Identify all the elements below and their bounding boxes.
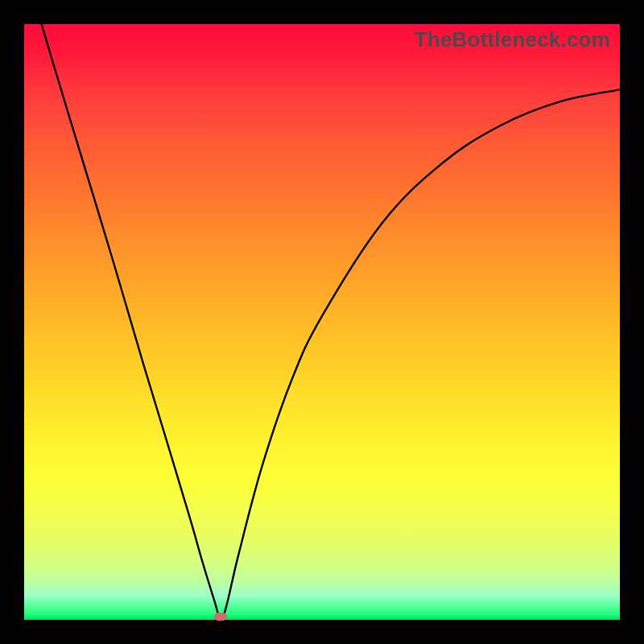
bottleneck-curve	[24, 24, 620, 620]
watermark-label: TheBottleneck.com	[415, 27, 610, 52]
plot-area: TheBottleneck.com	[24, 24, 620, 620]
optimal-point-marker	[214, 613, 227, 621]
chart-frame: TheBottleneck.com	[0, 0, 644, 644]
